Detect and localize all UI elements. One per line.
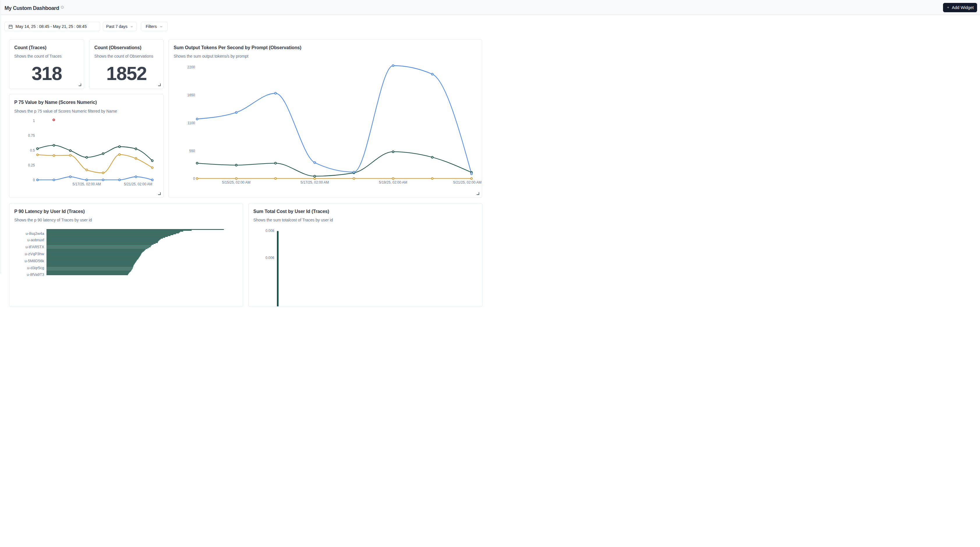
svg-text:5/17/25, 02:00 AM: 5/17/25, 02:00 AM <box>73 182 101 186</box>
svg-text:0.5: 0.5 <box>30 148 35 152</box>
svg-text:0.75: 0.75 <box>28 133 35 138</box>
svg-text:0: 0 <box>193 177 195 181</box>
svg-text:u-5M8D56k: u-5M8D56k <box>25 258 45 263</box>
svg-text:5/21/25, 02:00 AM: 5/21/25, 02:00 AM <box>124 182 152 186</box>
svg-text:5/21/25, 02:00 AM: 5/21/25, 02:00 AM <box>453 180 481 184</box>
svg-text:1: 1 <box>33 119 35 123</box>
svg-text:0.006: 0.006 <box>265 255 274 260</box>
svg-text:u-aobnuxf: u-aobnuxf <box>27 238 44 242</box>
svg-text:1100: 1100 <box>188 121 195 125</box>
svg-text:0.25: 0.25 <box>28 163 35 167</box>
svg-text:u-8fVa9T3: u-8fVa9T3 <box>27 272 44 274</box>
svg-text:5/19/25, 02:00 AM: 5/19/25, 02:00 AM <box>379 180 407 184</box>
svg-text:0.008: 0.008 <box>265 229 274 233</box>
svg-text:u-d3qr5cg: u-d3qr5cg <box>27 265 45 270</box>
svg-text:2200: 2200 <box>187 65 195 69</box>
svg-text:u-zVqP3hw: u-zVqP3hw <box>25 251 45 256</box>
svg-text:550: 550 <box>189 149 195 153</box>
svg-text:1650: 1650 <box>187 93 195 97</box>
svg-text:u-tFAR5TX: u-tFAR5TX <box>25 244 45 249</box>
svg-text:5/15/25, 02:00 AM: 5/15/25, 02:00 AM <box>222 180 250 184</box>
svg-text:5/17/25, 02:00 AM: 5/17/25, 02:00 AM <box>301 180 329 184</box>
svg-text:u-8sq2w4a: u-8sq2w4a <box>25 231 44 236</box>
svg-text:0: 0 <box>33 178 35 182</box>
